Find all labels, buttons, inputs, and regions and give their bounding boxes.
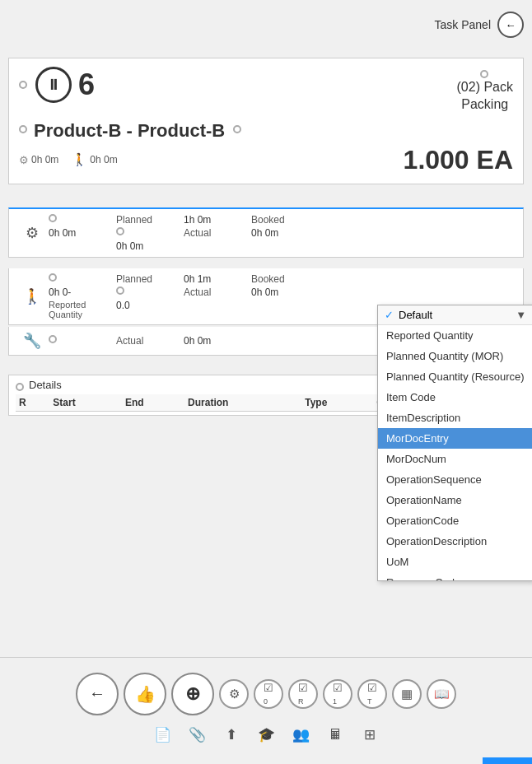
quantity-display: 1.000 EA	[404, 145, 513, 175]
dropdown-item[interactable]: MorDocEntry	[378, 428, 532, 449]
person-time: 0h 0m	[90, 154, 117, 165]
top-bar: Task Panel ←	[0, 0, 532, 49]
operation-label: (02) Pack Packing	[457, 79, 513, 114]
actual-time-1b: 0h 0m	[116, 240, 182, 252]
addcopy-button[interactable]: ⊕	[171, 673, 214, 715]
grad-icon: 🎓	[258, 726, 275, 743]
gear-time: 0h 0m	[31, 154, 58, 165]
planned-label-2: Planned	[116, 273, 182, 285]
table-button[interactable]: ▦	[392, 679, 422, 709]
actual-label-3: Actual	[116, 335, 182, 347]
pause-icon: ⏸	[46, 77, 61, 94]
calc-icon: 🖩	[329, 727, 343, 743]
doc-button[interactable]: 📄	[147, 720, 177, 750]
grid-button[interactable]: ⊞	[355, 720, 385, 750]
dropdown-item[interactable]: ItemDescription	[378, 408, 532, 428]
booked-label-1: Booked	[251, 214, 317, 226]
upload-button[interactable]: ⬆	[217, 720, 246, 750]
thumbsup-button[interactable]: 👍	[124, 673, 166, 715]
checkt-button[interactable]: ☑T	[357, 679, 387, 709]
task-panel-label: Task Panel	[435, 18, 491, 31]
job-number: 6	[78, 68, 95, 102]
col-start: Start	[49, 394, 122, 412]
clip-button[interactable]: 📎	[182, 720, 212, 750]
gear-icon-1: ⚙	[19, 154, 29, 166]
addcopy-icon: ⊕	[185, 683, 200, 705]
bottom-toolbar: ← 👍 ⊕ ⚙ ☑0 ☑R ☑1 ☑T ▦ 📖 📄	[0, 657, 532, 764]
doc-icon: 📄	[154, 726, 171, 743]
dropdown-header[interactable]: ✓ Default ▼	[378, 305, 532, 325]
col-type: Type	[301, 394, 373, 412]
back-toolbar-icon: ←	[89, 684, 105, 703]
details-dot	[16, 383, 24, 391]
upload-icon: ⬆	[226, 726, 237, 743]
grad-button[interactable]: 🎓	[251, 720, 281, 750]
s2-dot1	[49, 273, 57, 282]
calc-button[interactable]: 🖩	[320, 720, 350, 750]
back-icon: ←	[506, 19, 516, 31]
reported-value: 0.0	[116, 300, 182, 319]
dropdown-item[interactable]: OperationCode	[378, 510, 532, 531]
dropdown-item[interactable]: Resource Code	[378, 572, 532, 580]
dropdown-item[interactable]: Reported Quantity	[378, 325, 532, 346]
dropdown-item[interactable]: OperationDescription	[378, 531, 532, 552]
main-card: ⏸ 6 (02) Pack Packing Product-B - Produc…	[8, 58, 524, 184]
dropdown-arrow-icon: ▼	[516, 309, 526, 321]
check-icon: ✓	[385, 309, 394, 321]
check1-button[interactable]: ☑1	[323, 679, 352, 709]
dropdown-item[interactable]: OperationName	[378, 490, 532, 510]
gear-sm-icon: ⚙	[229, 687, 240, 701]
actual-label-1: Actual	[184, 227, 250, 239]
dropdown-item[interactable]: Planned Quantity (MOR)	[378, 346, 532, 366]
s1-dot1	[49, 214, 57, 222]
check0-icon: ☑0	[264, 682, 273, 706]
actual-time-1: 0h 0m	[251, 227, 317, 239]
booked-time-2: 0h 0-	[49, 286, 114, 298]
booked-time-1: 0h 0m	[49, 227, 114, 239]
col-end: End	[122, 394, 184, 412]
spinner-dot-1	[19, 81, 27, 89]
col-r: R	[16, 394, 49, 412]
spinner-dot-4	[233, 125, 241, 133]
check1-icon: ☑1	[333, 682, 343, 706]
dropdown-list[interactable]: Reported QuantityPlanned Quantity (MOR)P…	[378, 325, 532, 580]
dropdown-default-label: Default	[399, 309, 432, 321]
clip-icon: 📎	[189, 726, 206, 743]
col-duration: Duration	[184, 394, 301, 412]
book-button[interactable]: 📖	[427, 679, 456, 709]
task-panel-back-button[interactable]: ←	[497, 12, 524, 38]
bottom-accent	[483, 757, 532, 764]
wrench-section-icon: 🔧	[16, 332, 49, 350]
booked-label-2: Booked	[251, 273, 516, 285]
dropdown-item[interactable]: MorDocNum	[378, 449, 532, 469]
checkr-icon: ☑R	[298, 682, 308, 706]
dropdown-item[interactable]: UoM	[378, 552, 532, 572]
people-button[interactable]: 👥	[286, 720, 315, 750]
back-button[interactable]: ←	[76, 673, 119, 715]
book-icon: 📖	[434, 687, 450, 701]
s3-dot1	[49, 335, 57, 343]
actual-time-2: 0h 0m	[251, 286, 516, 298]
s1-dot2	[116, 227, 124, 235]
dropdown-overlay: ✓ Default ▼ Reported QuantityPlanned Qua…	[377, 305, 532, 581]
person-icon-1: 🚶	[72, 152, 87, 167]
people-icon: 👥	[292, 726, 310, 743]
planned-time-1: 1h 0m	[184, 214, 250, 226]
thumbsup-icon: 👍	[135, 684, 156, 704]
actual-time-3: 0h 0m	[184, 335, 250, 347]
checkt-icon: ☑T	[367, 682, 377, 706]
grid-icon: ⊞	[364, 726, 376, 743]
dropdown-item[interactable]: Item Code	[378, 387, 532, 408]
pause-button[interactable]: ⏸	[35, 67, 72, 103]
table-icon: ▦	[401, 687, 413, 701]
dropdown-item[interactable]: Planned Quantity (Resource)	[378, 366, 532, 387]
s2-dot2	[116, 286, 124, 295]
checkr-button[interactable]: ☑R	[288, 679, 318, 709]
product-name: Product-B - Product-B	[34, 120, 225, 142]
spinner-dot-3	[19, 125, 27, 133]
actual-label-2: Actual	[184, 286, 250, 298]
check0-button[interactable]: ☑0	[254, 679, 283, 709]
gear-small-button[interactable]: ⚙	[219, 679, 249, 709]
gear-section-icon: ⚙	[16, 224, 49, 242]
dropdown-item[interactable]: OperationSequence	[378, 469, 532, 490]
